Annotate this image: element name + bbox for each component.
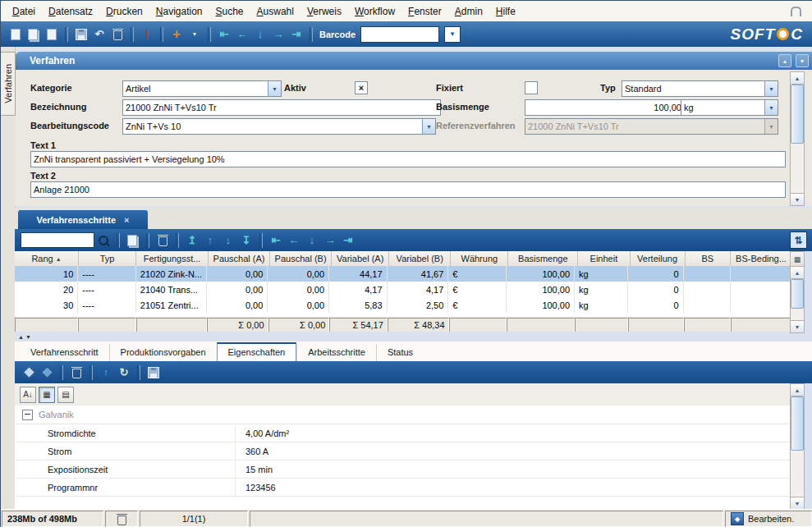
- table-cell[interactable]: 4,17: [329, 282, 388, 297]
- panel-up-icon[interactable]: ▲: [778, 54, 791, 67]
- table-cell[interactable]: ----: [78, 266, 136, 282]
- column-header-rang[interactable]: Rang▲: [15, 251, 79, 266]
- save-icon[interactable]: [145, 364, 162, 381]
- delete-icon[interactable]: [68, 364, 85, 381]
- chevron-down-icon[interactable]: ▼: [764, 81, 778, 96]
- table-cell[interactable]: [731, 282, 792, 297]
- column-header-typ[interactable]: Typ: [79, 251, 136, 266]
- lock-icon[interactable]: [791, 7, 801, 16]
- chevron-down-icon[interactable]: ▼: [268, 81, 281, 96]
- table-cell[interactable]: 0,00: [268, 297, 329, 313]
- barcode-input[interactable]: [360, 26, 439, 43]
- sort-az-button[interactable]: A↓: [20, 387, 36, 403]
- sort-rows-icon[interactable]: ⇅: [790, 231, 807, 249]
- scrollbar-thumb[interactable]: [791, 396, 804, 451]
- menu-navigation[interactable]: Navigation: [149, 2, 209, 21]
- table-cell[interactable]: 44,17: [329, 266, 388, 282]
- table-cell[interactable]: 2,50: [388, 297, 449, 313]
- menu-verweis[interactable]: Verweis: [300, 2, 348, 21]
- table-cell[interactable]: ----: [78, 282, 136, 297]
- delete-icon[interactable]: [109, 25, 126, 43]
- table-cell[interactable]: 4,17: [388, 282, 449, 297]
- column-header-einheit[interactable]: Einheit: [578, 251, 630, 266]
- close-icon[interactable]: ×: [124, 215, 129, 225]
- property-row[interactable]: Expositionszeit15 min: [15, 461, 792, 479]
- table-cell[interactable]: kg: [575, 282, 628, 297]
- kategorie-combobox[interactable]: Artikel ▼: [122, 80, 282, 97]
- table-cell[interactable]: 21051 Zentri...: [136, 297, 207, 313]
- table-cell[interactable]: ----: [78, 297, 136, 313]
- property-value[interactable]: 360 A: [235, 442, 792, 460]
- search-icon[interactable]: [99, 236, 108, 245]
- text2-input[interactable]: [30, 181, 786, 198]
- column-header-währung[interactable]: Währung: [451, 251, 508, 266]
- column-header-basismenge[interactable]: Basismenge: [508, 251, 578, 266]
- property-group[interactable]: Galvanik: [15, 406, 792, 424]
- column-header-variabel-a[interactable]: Variabel (A): [332, 251, 389, 266]
- property-value[interactable]: 15 min: [235, 461, 792, 478]
- table-cell[interactable]: kg: [575, 297, 628, 313]
- search-input[interactable]: [21, 232, 94, 248]
- table-cell[interactable]: [684, 297, 732, 313]
- table-cell[interactable]: €: [448, 266, 507, 282]
- table-cell[interactable]: 0: [628, 266, 684, 282]
- column-header-variabel-b[interactable]: Variabel (B): [389, 251, 451, 266]
- move-top-icon[interactable]: ↥: [184, 231, 200, 249]
- chevron-down-icon[interactable]: ▼: [764, 100, 778, 115]
- table-cell[interactable]: 0,00: [207, 282, 268, 297]
- panel-down-icon[interactable]: ▼: [796, 54, 809, 67]
- categorized-button[interactable]: ▦: [39, 387, 55, 403]
- table-cell[interactable]: 0,00: [207, 266, 268, 282]
- table-cell[interactable]: 0: [628, 297, 684, 313]
- table-cell[interactable]: 0: [628, 282, 684, 297]
- property-row[interactable]: Strom360 A: [15, 442, 792, 461]
- add-icon[interactable]: +: [168, 25, 185, 43]
- column-header-fertigungsst[interactable]: Fertigungsst...: [136, 251, 209, 266]
- scrollbar-track[interactable]: [791, 396, 804, 497]
- menu-fenster[interactable]: Fenster: [401, 2, 448, 21]
- column-header-pauschal-b[interactable]: Pauschal (B): [270, 251, 332, 266]
- next-record-icon[interactable]: →: [322, 231, 338, 249]
- table-cell[interactable]: [684, 266, 732, 282]
- menu-datei[interactable]: Datei: [6, 2, 42, 21]
- fixiert-checkbox[interactable]: [525, 81, 538, 94]
- property-row[interactable]: Programmnr123456: [15, 479, 792, 497]
- column-options-icon[interactable]: ▦: [790, 251, 805, 268]
- table-row[interactable]: 20----21040 Trans...0,000,004,174,17€100…: [15, 282, 792, 297]
- scrollbar-thumb[interactable]: [791, 85, 804, 144]
- table-cell[interactable]: [731, 297, 792, 313]
- table-cell[interactable]: kg: [575, 266, 628, 282]
- statusbar-trash[interactable]: [105, 511, 138, 527]
- copy-document-icon[interactable]: [125, 231, 141, 249]
- scroll-down-icon[interactable]: ▼: [791, 320, 804, 332]
- first-record-icon[interactable]: ⇤: [216, 25, 232, 43]
- menu-drucken[interactable]: Drucken: [99, 2, 149, 21]
- barcode-dropdown[interactable]: ▼: [444, 26, 461, 43]
- table-cell[interactable]: 5,83: [329, 297, 388, 313]
- save-icon[interactable]: [73, 25, 89, 43]
- navigate-down-icon[interactable]: [39, 364, 55, 381]
- scroll-down-icon[interactable]: ▼: [791, 497, 804, 509]
- table-cell[interactable]: 100,00: [507, 297, 575, 313]
- text1-input[interactable]: [30, 151, 786, 167]
- bearbeitungscode-combobox[interactable]: ZnNi T+Vs 10 ▼: [122, 118, 436, 135]
- scroll-up-icon[interactable]: ▲: [791, 267, 804, 279]
- next-record-icon[interactable]: →: [270, 25, 287, 43]
- menu-auswahl[interactable]: Auswahl: [250, 2, 300, 21]
- tab-verfahrensschritt[interactable]: Verfahrensschritt: [20, 344, 109, 361]
- last-record-icon[interactable]: ⇥: [288, 25, 305, 43]
- table-cell[interactable]: 20: [15, 282, 78, 297]
- copy-document-icon[interactable]: [25, 25, 42, 43]
- table-cell[interactable]: 100,00: [507, 266, 575, 282]
- move-up-icon[interactable]: ↑: [98, 364, 114, 381]
- table-cell[interactable]: [684, 282, 732, 297]
- delete-icon[interactable]: [154, 231, 171, 249]
- column-header-bs[interactable]: BS: [686, 251, 731, 266]
- properties-scrollbar[interactable]: ▲ ▼: [790, 383, 805, 510]
- navigate-up-icon[interactable]: [21, 364, 37, 381]
- collapse-group-icon[interactable]: [22, 410, 33, 420]
- last-record-icon[interactable]: ⇥: [340, 231, 356, 249]
- first-record-icon[interactable]: ⇤: [268, 231, 284, 249]
- scroll-up-icon[interactable]: ▲: [791, 72, 804, 85]
- scrollbar-track[interactable]: [791, 85, 804, 193]
